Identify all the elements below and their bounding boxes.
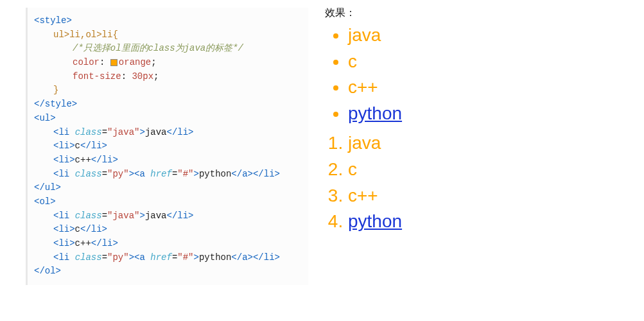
- code-token: python: [199, 251, 231, 265]
- color-swatch-icon: [110, 59, 117, 66]
- code-token: <a: [134, 168, 145, 182]
- code-token: "py": [107, 251, 129, 265]
- unordered-list: java c c++ python: [327, 22, 402, 126]
- code-line: <li>c++</li>: [28, 237, 306, 251]
- code-token: <li>: [53, 237, 75, 251]
- list-item: c++: [348, 183, 402, 209]
- code-token: </li>: [166, 209, 193, 223]
- code-token: 30px: [132, 70, 153, 84]
- code-token: <li: [53, 126, 69, 140]
- code-line: </ul>: [28, 181, 306, 195]
- code-token: </style>: [34, 98, 77, 112]
- code-line: <ol>: [28, 195, 306, 209]
- list-item: c++: [348, 74, 402, 101]
- code-line: /*只选择ol里面的class为java的标签*/: [28, 42, 306, 56]
- code-token: class: [75, 168, 102, 182]
- code-token: class: [75, 209, 102, 223]
- code-token: <li: [53, 209, 69, 223]
- code-snippet: <style> ul>li,ol>li{ /*只选择ol里面的class为jav…: [26, 8, 308, 285]
- code-line: color: orange;: [28, 56, 306, 70]
- list-item: c: [348, 157, 402, 183]
- code-token: <ol>: [34, 195, 56, 209]
- render-output: 效果： java c c++ python java c c++ python: [308, 0, 402, 285]
- code-comment: /*只选择ol里面的class为java的标签*/: [73, 42, 243, 56]
- code-token: <li: [53, 168, 69, 182]
- list-item: python: [348, 101, 402, 127]
- ordered-list: java c c++ python: [327, 130, 402, 234]
- code-token: </li>: [91, 153, 118, 168]
- code-line: <li>c</li>: [28, 223, 306, 237]
- code-token: <li>: [53, 223, 75, 237]
- code-token: <ul>: [34, 112, 56, 126]
- code-token: orange: [119, 56, 151, 70]
- code-line: ul>li,ol>li{: [28, 28, 306, 42]
- code-token: href: [150, 251, 172, 265]
- code-token: python: [199, 168, 231, 182]
- code-token: c: [75, 139, 80, 153]
- code-token: c: [75, 223, 80, 237]
- list-link[interactable]: python: [348, 211, 402, 231]
- code-token: "py": [107, 168, 129, 182]
- code-token: "#": [177, 251, 193, 265]
- code-token: </li>: [80, 223, 107, 237]
- code-token: </li>: [253, 251, 280, 265]
- code-token: "java": [107, 126, 139, 140]
- code-token: font-size: [73, 70, 121, 84]
- code-token: </li>: [253, 168, 280, 182]
- code-token: java: [145, 126, 167, 140]
- code-line: </ol>: [28, 265, 306, 279]
- code-token: }: [53, 83, 58, 98]
- code-token: </li>: [91, 237, 118, 251]
- code-token: <a: [134, 251, 145, 265]
- code-line: </style>: [28, 98, 306, 112]
- list-item: java: [348, 22, 402, 49]
- code-line: <li class="py"><a href="#">python</a></l…: [28, 168, 306, 182]
- code-line: font-size: 30px;: [28, 70, 306, 84]
- code-token: <li: [53, 251, 69, 265]
- code-token: <style>: [34, 14, 72, 28]
- code-token: </ul>: [34, 181, 61, 195]
- code-line: <li class="java">java</li>: [28, 126, 306, 140]
- code-token: </a>: [231, 168, 253, 182]
- code-token: c++: [75, 237, 91, 251]
- code-token: "java": [107, 209, 139, 223]
- code-token: class: [75, 251, 102, 265]
- result-label: 效果：: [325, 6, 402, 20]
- code-token: </li>: [80, 139, 107, 153]
- code-line: <li class="java">java</li>: [28, 209, 306, 223]
- code-token: </ol>: [34, 265, 61, 279]
- list-item: c: [348, 49, 402, 75]
- code-token: <li>: [53, 139, 75, 153]
- code-token: class: [75, 126, 102, 140]
- code-line: <li>c++</li>: [28, 153, 306, 168]
- code-token: <li>: [53, 153, 75, 168]
- list-item: java: [348, 130, 402, 157]
- code-token: c++: [75, 153, 91, 168]
- code-line: }: [28, 83, 306, 98]
- list-link[interactable]: python: [348, 103, 402, 123]
- code-line: <style>: [28, 14, 306, 28]
- code-token: </li>: [166, 126, 193, 140]
- code-token: ul>li,ol>li{: [53, 28, 118, 42]
- code-line: <li class="py"><a href="#">python</a></l…: [28, 251, 306, 265]
- code-line: <ul>: [28, 112, 306, 126]
- code-token: href: [150, 168, 172, 182]
- code-token: java: [145, 209, 167, 223]
- code-token: color: [73, 56, 100, 70]
- code-token: "#": [177, 168, 193, 182]
- code-line: <li>c</li>: [28, 139, 306, 153]
- code-token: </a>: [231, 251, 253, 265]
- list-item: python: [348, 209, 402, 235]
